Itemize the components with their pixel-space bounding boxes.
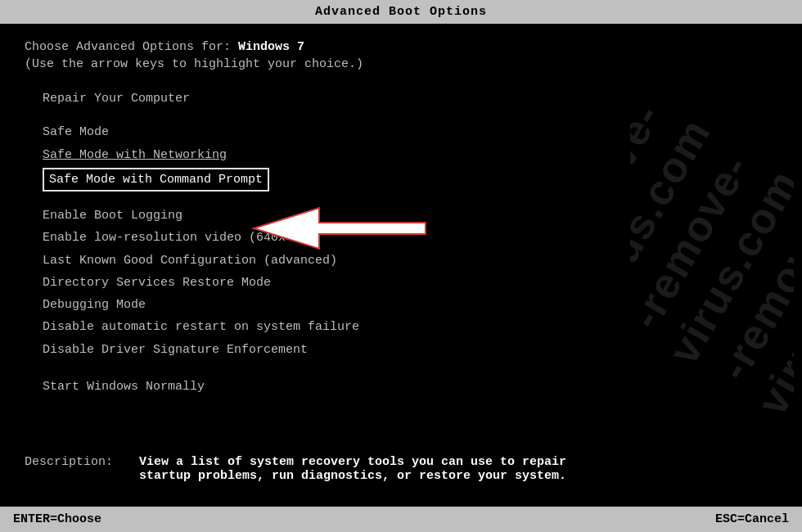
title-text: Advanced Boot Options xyxy=(315,5,487,19)
intro-line2: (Use the arrow keys to highlight your ch… xyxy=(25,57,777,71)
menu-item-last-known-good[interactable]: Last Known Good Configuration (advanced) xyxy=(25,250,777,272)
title-bar: Advanced Boot Options xyxy=(0,0,802,24)
os-name: Windows 7 xyxy=(238,40,304,54)
description-row: Description: View a list of system recov… xyxy=(25,455,777,483)
menu-item-safe-mode-command-prompt[interactable]: Safe Mode with Command Prompt xyxy=(43,168,269,192)
description-line2: startup problems, run diagnostics, or re… xyxy=(139,469,566,483)
menu-item-safe-mode-networking[interactable]: Safe Mode with Networking xyxy=(25,144,777,166)
menu-item-safe-mode-command-prompt-wrapper: Safe Mode with Command Prompt xyxy=(25,168,777,192)
menu-item-enable-low-res[interactable]: Enable low-resolution video (640x480) xyxy=(25,227,777,249)
description-area: Description: View a list of system recov… xyxy=(0,444,802,491)
menu-item-repair[interactable]: Repair Your Computer xyxy=(25,88,777,110)
menu-item-enable-boot-logging[interactable]: Enable Boot Logging xyxy=(25,205,777,227)
main-content: Choose Advanced Options for: Windows 7 (… xyxy=(0,24,802,406)
bottom-bar: ENTER=Choose ESC=Cancel xyxy=(0,507,802,532)
menu-item-debugging-mode[interactable]: Debugging Mode xyxy=(25,294,777,316)
intro-prefix: Choose Advanced Options for: xyxy=(25,40,238,54)
enter-label: ENTER=Choose xyxy=(13,512,101,526)
intro-line1: Choose Advanced Options for: Windows 7 xyxy=(25,40,777,54)
menu-item-disable-driver-signature[interactable]: Disable Driver Signature Enforcement xyxy=(25,339,777,361)
esc-label: ESC=Cancel xyxy=(715,512,789,526)
description-text: View a list of system recovery tools you… xyxy=(139,455,566,483)
description-line1: View a list of system recovery tools you… xyxy=(139,455,566,469)
menu-item-start-windows-normally[interactable]: Start Windows Normally xyxy=(25,376,777,398)
description-label: Description: xyxy=(25,455,139,483)
menu-item-disable-auto-restart[interactable]: Disable automatic restart on system fail… xyxy=(25,316,777,338)
menu-item-safe-mode[interactable]: Safe Mode xyxy=(25,121,777,143)
menu-item-directory-services[interactable]: Directory Services Restore Mode xyxy=(25,272,777,294)
